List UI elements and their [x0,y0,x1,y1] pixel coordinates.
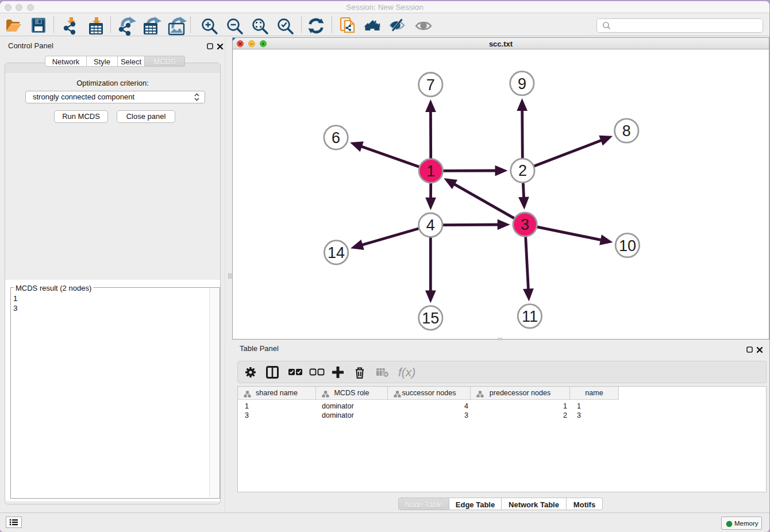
svg-text:f(x): f(x) [398,366,415,379]
svg-text:7: 7 [426,76,435,94]
svg-text:8: 8 [622,122,631,140]
svg-text:10: 10 [619,237,636,255]
svg-text:6: 6 [332,129,340,147]
svg-text:3: 3 [521,216,529,233]
svg-text:1: 1 [426,163,435,180]
svg-text:2: 2 [518,162,527,179]
svg-text:9: 9 [518,75,526,92]
svg-text:11: 11 [522,308,538,325]
svg-text:15: 15 [422,310,439,327]
svg-text:4: 4 [426,217,435,234]
svg-text:14: 14 [328,244,345,261]
